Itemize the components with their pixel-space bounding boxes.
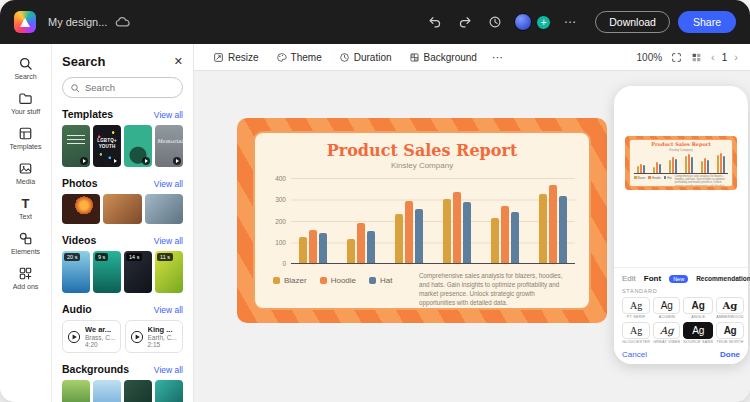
background-thumb[interactable] xyxy=(62,380,90,402)
sidebar-item-add-ons[interactable]: Add ons xyxy=(2,261,50,295)
background-button[interactable]: Background xyxy=(402,49,484,66)
photo-thumb[interactable] xyxy=(103,194,141,224)
chart-subtitle: Kinsley Company xyxy=(269,161,575,170)
recommendations-label[interactable]: Recommendations xyxy=(696,275,750,282)
fit-to-screen-icon[interactable] xyxy=(671,52,682,63)
sidebar-item-label: Media xyxy=(16,178,35,185)
video-thumb[interactable]: 11 s xyxy=(155,251,183,293)
backgrounds-view-all-link[interactable]: View all xyxy=(154,365,183,375)
photo-thumb[interactable] xyxy=(62,194,100,224)
video-thumb[interactable]: 20 s xyxy=(62,251,90,293)
cloud-sync-icon xyxy=(115,17,131,28)
add-ons-icon xyxy=(18,266,33,281)
top-bar: My design... + ⋯ Download Share xyxy=(0,0,750,44)
invite-collaborator-icon[interactable]: + xyxy=(536,15,551,30)
sidebar-item-templates[interactable]: Templates xyxy=(2,121,50,155)
download-button[interactable]: Download xyxy=(595,11,670,33)
font-option[interactable]: AgACUMIN xyxy=(653,297,680,319)
pages-view-icon[interactable] xyxy=(691,52,702,63)
history-icon[interactable] xyxy=(484,11,506,33)
mini-chart-bars xyxy=(637,153,725,173)
videos-view-all-link[interactable]: View all xyxy=(154,236,183,246)
user-avatar[interactable] xyxy=(514,13,532,31)
y-axis: 400 300 200 100 0 xyxy=(269,176,286,266)
panel-title: Search xyxy=(62,54,105,69)
font-sample: Ag xyxy=(653,297,680,314)
background-thumb[interactable] xyxy=(155,380,183,402)
photo-thumb[interactable] xyxy=(145,194,183,224)
close-icon[interactable]: ✕ xyxy=(174,56,183,67)
template-thumb[interactable] xyxy=(62,125,90,167)
design-canvas[interactable]: Product Sales Report Kinsley Company 400… xyxy=(237,118,607,323)
audio-duration: 4:20 xyxy=(85,341,115,348)
audio-artist: Brass, C... xyxy=(85,334,115,341)
legend-swatch xyxy=(273,277,280,284)
legend-item: Blazer xyxy=(273,276,307,285)
font-option[interactable]: AgTRUE NORTH xyxy=(716,322,743,344)
next-page-icon[interactable]: › xyxy=(734,52,738,63)
sidebar-item-media[interactable]: Media xyxy=(2,156,50,190)
more-options-icon[interactable]: ⋯ xyxy=(559,11,581,33)
resize-button[interactable]: Resize xyxy=(206,49,266,66)
photos-thumb-row xyxy=(62,194,183,224)
audio-card[interactable]: We ar... Brass, C... 4:20 xyxy=(62,320,121,353)
document-title[interactable]: My design... xyxy=(48,16,107,28)
duration-clock-icon xyxy=(339,52,350,63)
main-area: Resize Theme Duration Background ⋯ 100% … xyxy=(194,44,750,402)
theme-label: Theme xyxy=(291,52,322,63)
toolbar-overflow-icon[interactable]: ⋯ xyxy=(487,51,509,64)
font-option-selected[interactable]: AgSOURCE SANS xyxy=(683,322,713,344)
legend-swatch xyxy=(369,277,376,284)
prev-page-icon[interactable]: ‹ xyxy=(711,52,715,63)
font-option[interactable]: AgAMBERWOOD xyxy=(716,297,743,319)
templates-view-all-link[interactable]: View all xyxy=(154,110,183,120)
font-option[interactable]: AgPT SERIF xyxy=(622,297,650,319)
tab-edit[interactable]: Edit xyxy=(622,274,636,283)
sidebar-item-elements[interactable]: Elements xyxy=(2,226,50,260)
sidebar-item-text[interactable]: T Text xyxy=(2,191,50,225)
motion-badge-icon xyxy=(80,157,88,165)
tab-font[interactable]: Font xyxy=(644,274,661,283)
done-button[interactable]: Done xyxy=(720,350,740,359)
font-sample: Ag xyxy=(683,297,713,314)
y-tick: 400 xyxy=(269,176,286,181)
duration-label: Duration xyxy=(354,52,392,63)
audio-card[interactable]: King ... Earth, C... 2:15 xyxy=(125,320,184,353)
template-thumb[interactable] xyxy=(124,125,152,167)
adobe-express-logo-icon[interactable] xyxy=(14,11,36,33)
template-thumb[interactable]: Memorial xyxy=(155,125,183,167)
section-title-templates: Templates xyxy=(62,108,113,120)
audio-view-all-link[interactable]: View all xyxy=(154,305,183,315)
cancel-button[interactable]: Cancel xyxy=(622,350,647,359)
template-thumb[interactable]: LGBTQ+ YOUTH xyxy=(93,125,121,167)
font-option[interactable]: AgGLOUCESTER xyxy=(622,322,650,344)
font-sample: Ag xyxy=(622,322,650,339)
sidebar-item-search[interactable]: Search xyxy=(2,51,50,85)
font-option[interactable]: AgGREAT VIBES xyxy=(653,322,680,344)
duration-button[interactable]: Duration xyxy=(332,49,399,66)
mini-chart-description: Comprehensive sales analysis for blazers… xyxy=(675,175,728,187)
font-sample: Ag xyxy=(683,322,713,339)
redo-icon[interactable] xyxy=(454,11,476,33)
resize-icon xyxy=(213,52,224,63)
report-card[interactable]: Product Sales Report Kinsley Company 400… xyxy=(253,131,591,310)
photos-view-all-link[interactable]: View all xyxy=(154,179,183,189)
undo-icon[interactable] xyxy=(424,11,446,33)
video-thumb[interactable]: 9 s xyxy=(93,251,121,293)
templates-thumb-row: LGBTQ+ YOUTH Memorial xyxy=(62,125,183,167)
video-thumb[interactable]: 14 s xyxy=(124,251,152,293)
font-option[interactable]: AgANGLE xyxy=(683,297,713,319)
legend-swatch xyxy=(648,176,651,179)
mini-canvas-preview[interactable]: Product Sales Report Kinsley Company Bla… xyxy=(625,136,737,190)
search-input[interactable] xyxy=(85,82,175,93)
share-button[interactable]: Share xyxy=(678,11,736,33)
zoom-level[interactable]: 100% xyxy=(637,52,663,63)
section-title-videos: Videos xyxy=(62,234,96,246)
theme-button[interactable]: Theme xyxy=(269,49,329,66)
legend-label: Hoodie xyxy=(331,276,356,285)
legend-item: Hat xyxy=(369,276,392,285)
background-thumb[interactable] xyxy=(93,380,121,402)
templates-icon xyxy=(18,126,33,141)
background-thumb[interactable] xyxy=(124,380,152,402)
sidebar-item-your-stuff[interactable]: Your stuff xyxy=(2,86,50,120)
